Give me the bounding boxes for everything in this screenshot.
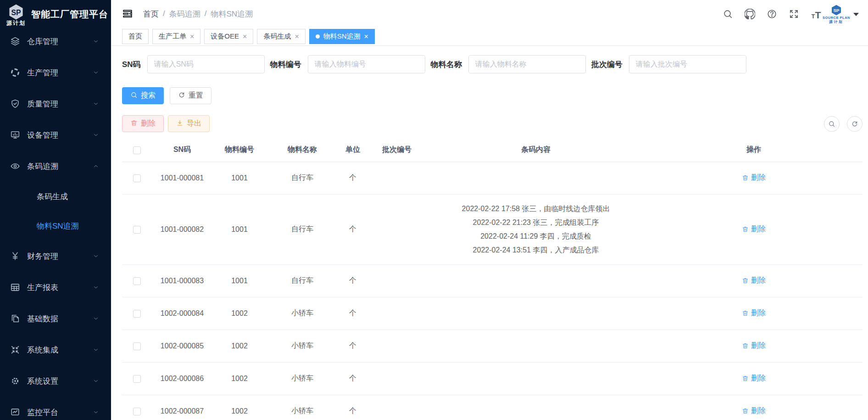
sidebar-item-8[interactable]: 系统集成 xyxy=(0,334,111,365)
sidebar-item-9[interactable]: 系统设置 xyxy=(0,365,111,397)
cell-batch xyxy=(367,194,427,264)
fontsize-icon[interactable]: TT xyxy=(811,8,822,19)
cell-material-name: 自行车 xyxy=(266,162,339,194)
row-checkbox[interactable] xyxy=(133,277,141,285)
close-icon[interactable]: × xyxy=(295,33,299,40)
breadcrumb-item-0[interactable]: 首页 xyxy=(143,9,159,19)
close-icon[interactable]: × xyxy=(190,33,194,40)
column-header: 条码内容 xyxy=(427,139,645,162)
avatar-logo-icon: SP SOURCE PLAN 源计划 xyxy=(823,4,850,24)
page-content: SN码 物料编号 物料名称 批次编号 搜索 重置 删除 导出 xyxy=(111,46,868,420)
user-avatar[interactable]: SP SOURCE PLAN 源计划 xyxy=(823,4,859,24)
sidebar-item-label: 基础数据 xyxy=(27,314,93,324)
trash-icon xyxy=(130,119,138,129)
table-row-3: 1002-000084 1002 小轿车 个 删除 xyxy=(122,297,862,330)
tab-3[interactable]: 条码生成 × xyxy=(257,29,305,44)
row-checkbox[interactable] xyxy=(133,310,141,318)
cell-barcode-content: 2022-02-22 17:58 张三，由临时线边仓库领出2022-02-22 … xyxy=(427,194,645,264)
form-field-input-3[interactable] xyxy=(629,55,746,73)
cell-sn: 1001-000083 xyxy=(151,264,213,297)
breadcrumb-separator: / xyxy=(163,9,165,18)
sidebar-subitem-4-1[interactable]: 物料SN追溯 xyxy=(0,211,111,241)
sidebar-item-0[interactable]: 仓库管理 xyxy=(0,26,111,57)
breadcrumb-separator: / xyxy=(205,9,207,18)
header-checkbox-cell xyxy=(122,139,151,162)
avatar-text-line2: 源计划 xyxy=(823,20,850,24)
tab-0[interactable]: 首页 xyxy=(122,29,149,44)
tab-1[interactable]: 生产工单 × xyxy=(152,29,200,44)
cell-material-code: 1001 xyxy=(213,194,266,264)
table-header-row: SN码物料编号物料名称单位批次编号条码内容操作 xyxy=(122,139,862,162)
delete-button[interactable]: 删除 xyxy=(122,115,164,132)
chevron-down-icon xyxy=(93,409,99,415)
chevron-down-icon xyxy=(93,315,99,322)
column-header: 物料编号 xyxy=(213,139,266,162)
logo-hexagon-icon: SP 源计划 xyxy=(5,3,28,26)
row-checkbox[interactable] xyxy=(133,375,141,383)
form-field-input-1[interactable] xyxy=(308,55,425,73)
cell-material-code: 1002 xyxy=(213,362,266,395)
svg-text:SP: SP xyxy=(833,8,840,13)
cell-material-code: 1001 xyxy=(213,162,266,194)
select-all-checkbox[interactable] xyxy=(133,146,141,154)
form-field-input-0[interactable] xyxy=(147,55,265,73)
sidebar-item-10[interactable]: 监控平台 xyxy=(0,397,111,420)
row-checkbox[interactable] xyxy=(133,342,141,350)
row-delete-button[interactable]: 删除 xyxy=(742,374,766,383)
reset-button[interactable]: 重置 xyxy=(170,87,211,104)
search-icon[interactable] xyxy=(723,8,734,19)
sidebar-subitem-4-0[interactable]: 条码生成 xyxy=(0,182,111,211)
row-checkbox[interactable] xyxy=(133,408,141,415)
sidebar: SP 源计划 智能工厂管理平台 仓库管理 生产管理 质量管理 设备管理 条码追溯… xyxy=(0,0,111,420)
sidebar-item-5[interactable]: 财务管理 xyxy=(0,241,111,272)
refresh-table-button[interactable] xyxy=(847,116,862,132)
row-delete-button[interactable]: 删除 xyxy=(742,406,766,416)
cell-barcode-content xyxy=(427,395,645,420)
tab-4[interactable]: 物料SN追溯 × xyxy=(309,29,375,44)
column-header: 操作 xyxy=(645,139,862,162)
navbar-actions: TT xyxy=(723,8,822,19)
row-delete-button[interactable]: 删除 xyxy=(742,308,766,318)
gear-icon xyxy=(10,376,20,386)
cell-material-name: 自行车 xyxy=(266,264,339,297)
avatar-text-line1: SOURCE PLAN xyxy=(823,16,850,20)
breadcrumb-item-1: 条码追溯 xyxy=(169,9,200,19)
sidebar-item-4[interactable]: 条码追溯 xyxy=(0,151,111,182)
form-field-label: 物料编号 xyxy=(270,59,301,70)
sidebar-item-label: 生产报表 xyxy=(27,282,93,293)
tab-label: 物料SN追溯 xyxy=(323,32,361,41)
cell-material-code: 1002 xyxy=(213,297,266,330)
sidebar-item-1[interactable]: 生产管理 xyxy=(0,57,111,88)
chevron-down-icon xyxy=(93,253,99,259)
sidebar-toggle-icon[interactable] xyxy=(122,8,133,19)
sidebar-item-3[interactable]: 设备管理 xyxy=(0,119,111,151)
table-row-1: 1001-000082 1001 自行车 个 2022-02-22 17:58 … xyxy=(122,194,862,264)
chevron-down-icon xyxy=(93,347,99,353)
search-actions: 搜索 重置 xyxy=(122,87,862,104)
sidebar-item-6[interactable]: 生产报表 xyxy=(0,272,111,303)
monitor-chart-icon xyxy=(10,407,20,417)
github-icon[interactable] xyxy=(745,8,756,19)
row-delete-button[interactable]: 删除 xyxy=(742,276,766,286)
tab-label: 设备OEE xyxy=(211,32,239,41)
help-icon[interactable] xyxy=(767,8,778,19)
top-navbar: 首页/条码追溯/物料SN追溯 TT SP SOURCE PLAN 源计划 xyxy=(111,0,868,28)
app-logo[interactable]: SP 源计划 智能工厂管理平台 xyxy=(0,0,111,26)
row-delete-button[interactable]: 删除 xyxy=(742,173,766,183)
sidebar-item-7[interactable]: 基础数据 xyxy=(0,303,111,334)
row-checkbox[interactable] xyxy=(133,174,141,182)
close-icon[interactable]: × xyxy=(364,33,368,40)
tab-2[interactable]: 设备OEE × xyxy=(204,29,253,44)
export-button[interactable]: 导出 xyxy=(168,115,210,132)
search-button[interactable]: 搜索 xyxy=(122,87,164,104)
sn-trace-table: SN码物料编号物料名称单位批次编号条码内容操作 1001-000081 1001… xyxy=(122,139,862,420)
close-icon[interactable]: × xyxy=(243,33,247,40)
form-field-input-2[interactable] xyxy=(468,55,586,73)
fullscreen-icon[interactable] xyxy=(789,8,800,19)
row-delete-button[interactable]: 删除 xyxy=(742,341,766,351)
row-delete-button[interactable]: 删除 xyxy=(742,224,766,234)
cell-batch xyxy=(367,162,427,194)
row-checkbox[interactable] xyxy=(133,226,141,234)
sidebar-item-2[interactable]: 质量管理 xyxy=(0,88,111,119)
toggle-search-button[interactable] xyxy=(824,116,840,132)
